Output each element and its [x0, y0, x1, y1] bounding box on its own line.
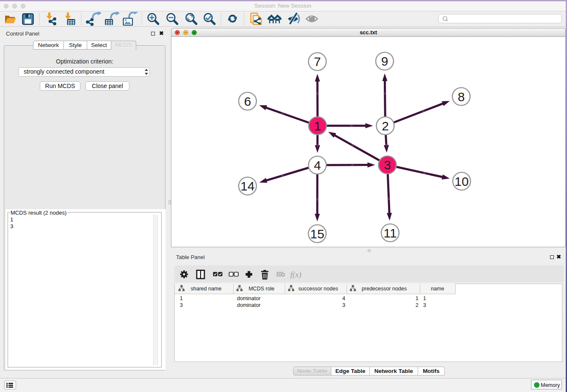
svg-text:MCDS role: MCDS role — [248, 286, 274, 292]
svg-text:10: 10 — [454, 174, 468, 188]
svg-text:predecessor nodes: predecessor nodes — [362, 286, 407, 292]
svg-text:4: 4 — [342, 295, 345, 301]
svg-text:1: 1 — [423, 295, 426, 301]
svg-text:11: 11 — [383, 226, 396, 240]
svg-text:9: 9 — [381, 54, 388, 68]
svg-text:dominator: dominator — [237, 302, 261, 308]
svg-text:7: 7 — [314, 55, 321, 69]
svg-text:4: 4 — [314, 158, 321, 172]
svg-text:3: 3 — [180, 302, 183, 308]
svg-text:shared name: shared name — [191, 286, 222, 292]
svg-text:2: 2 — [416, 302, 418, 308]
svg-text:8: 8 — [458, 90, 465, 104]
svg-text:6: 6 — [244, 94, 251, 108]
svg-text:name: name — [431, 286, 444, 292]
svg-text:successor nodes: successor nodes — [298, 286, 338, 292]
svg-text:1: 1 — [180, 295, 183, 301]
svg-text:14: 14 — [240, 179, 254, 193]
svg-text:1: 1 — [416, 295, 418, 301]
svg-text:3: 3 — [423, 302, 426, 308]
svg-text:2: 2 — [382, 119, 389, 133]
svg-text:f(x): f(x) — [290, 270, 301, 279]
svg-text:15: 15 — [310, 227, 324, 241]
svg-text:3: 3 — [384, 158, 391, 172]
svg-text:dominator: dominator — [237, 295, 261, 301]
svg-text:1: 1 — [314, 119, 321, 133]
svg-text:3: 3 — [342, 302, 345, 308]
